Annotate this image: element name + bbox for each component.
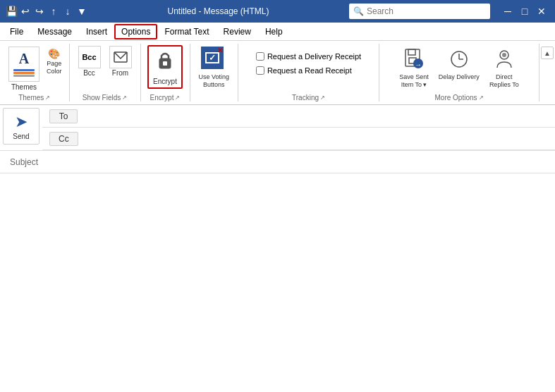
more-options-group: → Save SentItem To ▾ Delay Delivery bbox=[379, 44, 539, 102]
send-icon: ➤ bbox=[15, 113, 28, 131]
delivery-receipt-row[interactable]: Request a Delivery Receipt bbox=[256, 51, 361, 62]
bcc-label: Bcc bbox=[83, 69, 95, 77]
themes-group-expand[interactable]: ↗ bbox=[45, 94, 50, 101]
menu-bar: File Message Insert Options Format Text … bbox=[0, 23, 555, 41]
voting-inner: ✕ ✓ Use VotingButtons bbox=[196, 45, 233, 102]
to-button[interactable]: To bbox=[49, 109, 78, 123]
more-options-label: More Options bbox=[435, 94, 477, 102]
encrypt-group-expand[interactable]: ↗ bbox=[175, 94, 180, 101]
menu-help[interactable]: Help bbox=[258, 24, 290, 39]
themes-group-inner: A Themes 🎨 Page Color bbox=[6, 45, 63, 94]
encrypt-label: Encrypt bbox=[153, 78, 177, 85]
direct-replies-label: DirectReplies To bbox=[489, 73, 519, 89]
direct-replies-icon bbox=[493, 47, 516, 72]
more-options-expand[interactable]: ↗ bbox=[479, 94, 484, 101]
themes-label: Themes bbox=[11, 83, 37, 91]
tracking-group-label: Tracking bbox=[292, 94, 319, 102]
direct-replies-button[interactable]: DirectReplies To bbox=[487, 45, 522, 90]
use-voting-label: Use VotingButtons bbox=[199, 73, 230, 89]
themes-button[interactable]: A Themes bbox=[6, 45, 42, 92]
svg-rect-2 bbox=[163, 61, 167, 66]
to-field-row: To bbox=[42, 105, 555, 128]
minimize-button[interactable]: ─ bbox=[500, 4, 516, 19]
delay-delivery-button[interactable]: Delay Delivery bbox=[436, 45, 482, 82]
save-sent-icon: → bbox=[403, 47, 425, 72]
from-icon bbox=[109, 46, 132, 68]
maximize-button[interactable]: □ bbox=[517, 4, 532, 19]
cc-input[interactable] bbox=[83, 131, 555, 147]
read-receipt-row[interactable]: Request a Read Receipt bbox=[256, 65, 352, 76]
voting-icon: ✕ ✓ bbox=[201, 47, 226, 72]
themes-icon: A bbox=[8, 47, 39, 82]
ribbon-collapse-button[interactable]: ▲ bbox=[541, 47, 554, 59]
title-bar-left-controls: 💾 ↩ ↪ ↑ ↓ ▼ bbox=[6, 6, 87, 17]
delay-delivery-icon bbox=[448, 47, 470, 72]
encrypt-button[interactable]: Encrypt bbox=[147, 45, 183, 89]
subject-label: Subject bbox=[0, 153, 42, 171]
menu-review[interactable]: Review bbox=[216, 24, 258, 39]
themes-group-label: Themes bbox=[18, 94, 44, 102]
send-button[interactable]: ➤ Send bbox=[3, 108, 39, 145]
to-input[interactable] bbox=[82, 109, 555, 124]
encrypt-group: Encrypt Encrypt ↗ bbox=[141, 44, 190, 102]
tracking-expand[interactable]: ↗ bbox=[320, 94, 325, 101]
undo-icon[interactable]: ↩ bbox=[20, 6, 31, 17]
menu-insert[interactable]: Insert bbox=[79, 24, 114, 39]
more-options-inner: → Save SentItem To ▾ Delay Delivery bbox=[396, 45, 521, 94]
show-fields-inner: Bcc Bcc From bbox=[75, 45, 135, 94]
page-color-button[interactable]: 🎨 Page Color bbox=[45, 47, 63, 76]
from-button[interactable]: From bbox=[106, 45, 135, 78]
window-title: Untitled - Message (HTML) bbox=[92, 6, 345, 16]
compose-fields: To Cc bbox=[42, 105, 555, 150]
svg-rect-4 bbox=[408, 49, 415, 55]
use-voting-button[interactable]: ✕ ✓ Use VotingButtons bbox=[196, 45, 233, 90]
cc-field-row: Cc bbox=[42, 128, 555, 150]
tracking-group: Request a Delivery Receipt Request a Rea… bbox=[238, 44, 379, 102]
subject-input[interactable] bbox=[42, 154, 555, 170]
message-body[interactable] bbox=[0, 173, 555, 371]
read-receipt-label: Request a Read Receipt bbox=[267, 66, 352, 75]
send-label: Send bbox=[13, 133, 29, 140]
themes-group: A Themes 🎨 Page Color bbox=[0, 44, 70, 102]
page-color-icon: 🎨 bbox=[48, 48, 60, 59]
subject-row: Subject bbox=[0, 151, 555, 173]
save-sent-label: Save SentItem To ▾ bbox=[399, 73, 429, 89]
bcc-button[interactable]: Bcc Bcc bbox=[75, 45, 104, 78]
delivery-receipt-checkbox[interactable] bbox=[256, 52, 264, 61]
read-receipt-checkbox[interactable] bbox=[256, 66, 264, 75]
save-icon[interactable]: 💾 bbox=[6, 6, 17, 17]
svg-text:→: → bbox=[415, 61, 422, 68]
encrypt-group-label: Encrypt bbox=[150, 94, 174, 102]
menu-message[interactable]: Message bbox=[30, 24, 79, 39]
search-icon: 🔍 bbox=[353, 6, 364, 16]
save-sent-button[interactable]: → Save SentItem To ▾ bbox=[396, 45, 432, 90]
delivery-receipt-label: Request a Delivery Receipt bbox=[267, 52, 361, 61]
show-fields-label: Show Fields bbox=[83, 94, 121, 102]
show-fields-group: Bcc Bcc From Show Fields ↗ bbox=[70, 44, 141, 102]
customize-icon[interactable]: ▼ bbox=[76, 6, 87, 17]
ribbon: A Themes 🎨 Page Color bbox=[0, 41, 555, 105]
menu-file[interactable]: File bbox=[3, 24, 30, 39]
menu-options[interactable]: Options bbox=[114, 24, 157, 39]
delay-delivery-label: Delay Delivery bbox=[439, 73, 480, 81]
ribbon-content: A Themes 🎨 Page Color bbox=[0, 41, 555, 104]
cc-button[interactable]: Cc bbox=[49, 132, 78, 146]
from-label: From bbox=[112, 69, 128, 77]
compose-header: ➤ Send To Cc bbox=[0, 105, 555, 151]
compose-area: ➤ Send To Cc Subject bbox=[0, 105, 555, 371]
menu-format-text[interactable]: Format Text bbox=[157, 24, 216, 39]
up-icon[interactable]: ↑ bbox=[48, 6, 59, 17]
send-button-wrap: ➤ Send bbox=[0, 105, 42, 150]
redo-icon[interactable]: ↪ bbox=[34, 6, 45, 17]
encrypt-icon bbox=[154, 49, 176, 76]
voting-group: ✕ ✓ Use VotingButtons bbox=[190, 44, 239, 102]
show-fields-expand[interactable]: ↗ bbox=[122, 94, 127, 101]
search-box[interactable]: 🔍 bbox=[349, 4, 490, 19]
down-icon[interactable]: ↓ bbox=[62, 6, 73, 17]
bcc-icon: Bcc bbox=[78, 46, 101, 68]
svg-point-12 bbox=[502, 53, 506, 57]
close-button[interactable]: ✕ bbox=[534, 4, 549, 19]
search-input[interactable] bbox=[367, 6, 480, 16]
title-bar: 💾 ↩ ↪ ↑ ↓ ▼ Untitled - Message (HTML) 🔍 … bbox=[0, 0, 555, 23]
encrypt-group-inner: Encrypt bbox=[147, 45, 183, 94]
